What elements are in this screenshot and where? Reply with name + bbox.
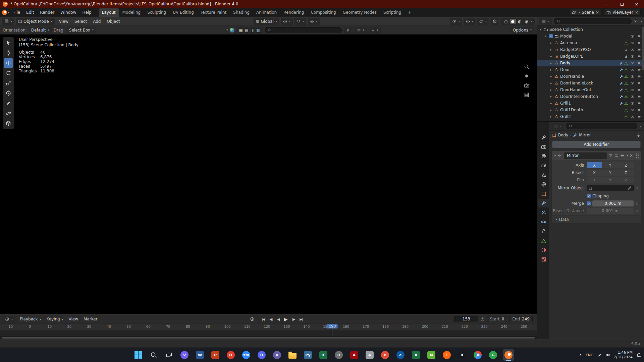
unlink-scene-icon[interactable]: × [596,10,599,15]
disable-in-renders-toggle[interactable] [637,81,643,85]
taskbar-autocad-icon[interactable]: A [364,349,375,361]
windows-ink-icon[interactable] [597,353,602,357]
outliner-scrollbar[interactable] [642,27,644,70]
tool-scale[interactable] [4,78,13,88]
outliner-row-doorhandlelock[interactable]: ▸DoorHandleLock [537,80,644,86]
properties-tab-active-tool[interactable] [538,133,549,142]
edit-mode-display-toggle[interactable] [609,154,613,158]
taskbar-edge-icon[interactable]: e [395,349,406,361]
taskbar-x-app-icon[interactable]: X [457,349,468,361]
outliner-row-model[interactable]: ▾Model [537,33,644,40]
shading-rendered-button[interactable]: ◉ [524,19,530,24]
gizmo-neg-x[interactable] [525,49,529,53]
outliner-row-grill1depth[interactable]: ▸Grill1Depth [537,107,644,113]
properties-tab-scene[interactable] [538,171,549,179]
disable-in-renders-toggle[interactable] [637,48,643,52]
minimize-button[interactable] [600,0,614,8]
outliner-row-doorhandleout[interactable]: ▸DoorHandleOut [537,86,644,93]
menu-edit[interactable]: Edit [23,9,37,16]
axis-y-button[interactable]: Y [602,162,618,168]
play-button[interactable]: ▶ [282,316,289,322]
transform-orientation-selector[interactable]: Global▾ [253,18,279,25]
taskbar-search-icon[interactable] [148,349,159,361]
disable-in-renders-toggle[interactable] [637,88,643,92]
frame-end-field[interactable]: End249 [509,316,533,322]
taskbar-viber-alt-icon[interactable]: V [272,349,282,361]
workspace-tab-uv-editing[interactable]: UV Editing [169,8,197,17]
options-dropdown[interactable]: Options▾ [511,27,534,34]
viewport-menu-select[interactable]: Select [71,18,90,25]
taskbar-powerpoint-icon[interactable]: P [210,349,221,361]
toggle-1-icon[interactable]: ▦ [239,28,243,33]
disable-in-renders-toggle[interactable] [637,101,643,105]
shading-material-button[interactable]: ◐ [517,19,523,24]
mirror-object-field[interactable] [587,185,634,191]
workspace-tab-geometry-nodes[interactable]: Geometry Nodes [339,8,380,17]
notifications-icon[interactable] [636,353,641,358]
hide-in-viewport-toggle[interactable] [629,54,635,59]
taskbar-excel-alt-icon[interactable]: X [411,349,421,361]
breadcrumb-object[interactable]: Body [558,133,568,137]
filter-button[interactable]: ▾ [369,27,381,34]
properties-tab-world[interactable] [538,180,549,189]
workspace-tab-shading[interactable]: Shading [230,8,253,17]
tool-transform[interactable] [4,88,13,98]
workspace-tab-animation[interactable]: Animation [253,8,280,17]
hide-in-viewport-toggle[interactable] [629,101,635,106]
hide-in-viewport-toggle[interactable] [629,74,635,79]
menu-file[interactable]: File [10,9,23,16]
outliner-filter-dropdown[interactable]: ▾ [641,20,642,23]
xray-toggle[interactable] [490,18,499,25]
panel-collapse-icon[interactable]: ▾ [554,154,556,157]
axis-z-button[interactable]: Z [618,170,634,176]
outliner-row-door[interactable]: ▸Door [537,66,644,73]
gizmo-neg-y[interactable] [522,43,526,47]
tool-add-cube[interactable] [4,119,13,128]
taskbar-zoom-icon[interactable]: zm [241,349,252,361]
drag-handle-icon[interactable] [636,154,637,155]
properties-tab-object[interactable] [538,189,549,198]
pivot-point-selector[interactable]: ▾ [281,18,293,25]
outliner-search-input[interactable] [554,18,632,24]
outliner-row-badgecalypso[interactable]: ▸aBadgeCALYPSOa [537,46,644,53]
shading-wireframe-button[interactable]: ○ [503,19,509,24]
viewport-search-input[interactable] [265,27,342,33]
workspace-tab-modeling[interactable]: Modeling [119,8,144,17]
view-layer-selector[interactable]: ViewLayer × [604,9,641,16]
outliner-editor-type[interactable]: ▾ [539,18,552,24]
camera-view-icon[interactable] [524,83,529,88]
taskbar-settings-icon[interactable]: ⚙ [333,349,344,361]
shading-dropdown-icon[interactable]: ▾ [531,20,532,23]
3d-viewport[interactable]: User Perspective (153) Scene Collection … [0,35,537,315]
viewport-menu-object[interactable]: Object [104,18,123,25]
taskbar-word-icon[interactable]: W [195,349,205,361]
outliner-row-scene-collection[interactable]: ▾Scene Collection [537,26,644,33]
blender-app-icon[interactable]: ▾ [2,10,9,15]
modifier-extras-dropdown[interactable]: ▾ [627,154,628,157]
pin-icon[interactable] [636,133,641,137]
taskbar-viber-icon[interactable]: V [179,349,190,361]
taskbar-python-icon[interactable]: Py [303,349,313,361]
hide-in-viewport-toggle[interactable] [629,41,635,45]
axis-y-button[interactable]: Y [602,170,618,176]
taskbar-notepad-pp-icon[interactable]: N [426,349,437,361]
breadcrumb-modifier[interactable]: Mirror [579,133,591,137]
hide-in-viewport-toggle[interactable] [629,68,635,72]
taskbar-chrome-icon[interactable] [472,349,483,361]
hidden-icons-chevron[interactable]: ∧ [579,353,582,357]
add-modifier-button[interactable]: Add Modifier [552,141,641,148]
remove-view-layer-icon[interactable]: × [635,10,638,15]
prev-keyframe-button[interactable]: ◀| [268,317,274,321]
jump-to-start-button[interactable]: |◀ [260,317,266,321]
tool-annotate[interactable] [4,99,13,108]
language-indicator[interactable]: ENG [586,353,594,357]
playhead-frame-badge[interactable]: 153 [327,324,338,328]
properties-tab-constraints[interactable] [538,227,549,236]
workspace-tab-rendering[interactable]: Rendering [280,8,307,17]
scene-selector[interactable]: ▾ Scene × [570,9,601,16]
outliner-row-body[interactable]: ▸Body [537,60,644,66]
frame-start-field[interactable]: Start0 [487,316,507,322]
hide-in-viewport-toggle[interactable] [629,88,635,92]
taskbar-start-icon[interactable] [133,349,144,361]
material-preview-globe-icon[interactable] [230,28,234,33]
